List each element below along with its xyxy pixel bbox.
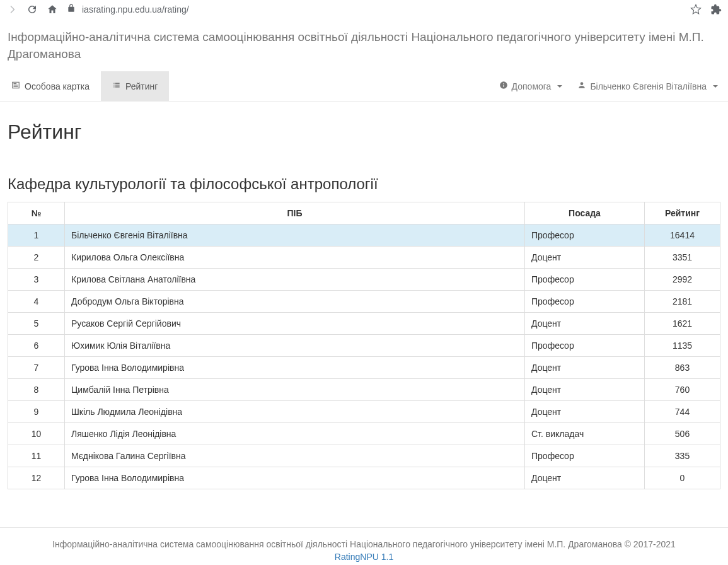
th-name: ПІБ bbox=[65, 202, 525, 224]
table-row: 11Мєднікова Галина СергіївнаПрофесор335 bbox=[8, 445, 720, 467]
cell-position: Професор bbox=[525, 269, 645, 291]
cell-score: 744 bbox=[645, 401, 720, 423]
reload-button[interactable] bbox=[26, 4, 38, 15]
cell-position: Доцент bbox=[525, 467, 645, 489]
department-title: Кафедра культурології та філософської ан… bbox=[8, 175, 720, 193]
address-bar[interactable]: iasrating.npu.edu.ua/rating/ bbox=[67, 4, 681, 15]
cell-position: Доцент bbox=[525, 357, 645, 379]
cell-name: Кирилова Ольга Олексіївна bbox=[65, 247, 525, 269]
table-row: 10Ляшенко Лідія ЛеонідівнаСт. викладач50… bbox=[8, 423, 720, 445]
cell-position: Професор bbox=[525, 291, 645, 313]
cell-num: 10 bbox=[8, 423, 65, 445]
cell-num: 12 bbox=[8, 467, 65, 489]
footer-copyright: Інформаційно-аналітична система самооцін… bbox=[13, 539, 715, 549]
cell-name: Юхимик Юлія Віталіївна bbox=[65, 335, 525, 357]
cell-num: 6 bbox=[8, 335, 65, 357]
footer-version[interactable]: RatingNPU 1.1 bbox=[13, 552, 715, 562]
user-dropdown[interactable]: Більченко Євгенія Віталіївна bbox=[574, 71, 722, 101]
cell-score: 2992 bbox=[645, 269, 720, 291]
user-icon bbox=[577, 81, 586, 91]
table-row: 1Більченко Євгенія ВіталіївнаПрофесор164… bbox=[8, 224, 720, 247]
cell-num: 8 bbox=[8, 379, 65, 401]
cell-score: 335 bbox=[645, 445, 720, 467]
cell-name: Мєднікова Галина Сергіївна bbox=[65, 445, 525, 467]
table-row: 3Крилова Світлана АнатоліївнаПрофесор299… bbox=[8, 269, 720, 291]
cell-position: Доцент bbox=[525, 247, 645, 269]
nav-rating[interactable]: Рейтинг bbox=[101, 71, 169, 101]
url-text: iasrating.npu.edu.ua/rating/ bbox=[82, 4, 189, 15]
cell-position: Професор bbox=[525, 445, 645, 467]
cell-name: Добродум Ольга Вікторівна bbox=[65, 291, 525, 313]
cell-score: 760 bbox=[645, 379, 720, 401]
table-row: 12Гурова Інна ВолодимирівнаДоцент0 bbox=[8, 467, 720, 489]
chevron-down-icon bbox=[557, 85, 562, 88]
th-num: № bbox=[8, 202, 65, 224]
cell-num: 7 bbox=[8, 357, 65, 379]
cell-num: 4 bbox=[8, 291, 65, 313]
rating-table: № ПІБ Посада Рейтинг 1Більченко Євгенія … bbox=[8, 202, 720, 489]
main-navbar: Особова картка Рейтинг Допомога Більченк… bbox=[0, 71, 728, 102]
nav-personal-card-label: Особова картка bbox=[25, 81, 90, 91]
cell-num: 1 bbox=[8, 224, 65, 247]
table-row: 8Цимбалій Інна ПетрівнаДоцент760 bbox=[8, 379, 720, 401]
cell-score: 1135 bbox=[645, 335, 720, 357]
table-row: 6Юхимик Юлія ВіталіївнаПрофесор1135 bbox=[8, 335, 720, 357]
cell-name: Цимбалій Інна Петрівна bbox=[65, 379, 525, 401]
help-dropdown[interactable]: Допомога bbox=[495, 71, 567, 101]
lock-icon bbox=[67, 4, 76, 15]
cell-position: Професор bbox=[525, 224, 645, 247]
table-header-row: № ПІБ Посада Рейтинг bbox=[8, 202, 720, 224]
card-icon bbox=[11, 81, 20, 91]
cell-name: Ляшенко Лідія Леонідівна bbox=[65, 423, 525, 445]
table-row: 5Русаков Сергій СергійовичДоцент1621 bbox=[8, 313, 720, 335]
cell-score: 0 bbox=[645, 467, 720, 489]
page-title: Рейтинг bbox=[8, 120, 720, 144]
cell-position: Доцент bbox=[525, 401, 645, 423]
cell-score: 1621 bbox=[645, 313, 720, 335]
th-score: Рейтинг bbox=[645, 202, 720, 224]
info-icon bbox=[499, 81, 508, 91]
list-icon bbox=[112, 81, 121, 91]
site-header: Інформаційно-аналітична система самооцін… bbox=[0, 19, 728, 67]
cell-score: 2181 bbox=[645, 291, 720, 313]
home-button[interactable] bbox=[47, 4, 58, 15]
th-position: Посада bbox=[525, 202, 645, 224]
cell-score: 863 bbox=[645, 357, 720, 379]
table-row: 9Шкіль Людмила ЛеонідівнаДоцент744 bbox=[8, 401, 720, 423]
cell-name: Більченко Євгенія Віталіївна bbox=[65, 224, 525, 247]
cell-position: Доцент bbox=[525, 313, 645, 335]
cell-num: 5 bbox=[8, 313, 65, 335]
user-name-label: Більченко Євгенія Віталіївна bbox=[590, 81, 707, 91]
cell-score: 3351 bbox=[645, 247, 720, 269]
cell-num: 9 bbox=[8, 401, 65, 423]
forward-button[interactable] bbox=[6, 4, 18, 15]
cell-name: Крилова Світлана Анатоліївна bbox=[65, 269, 525, 291]
nav-rating-label: Рейтинг bbox=[125, 81, 158, 91]
cell-name: Русаков Сергій Сергійович bbox=[65, 313, 525, 335]
cell-num: 11 bbox=[8, 445, 65, 467]
cell-position: Доцент bbox=[525, 379, 645, 401]
help-label: Допомога bbox=[512, 81, 552, 91]
chevron-down-icon bbox=[713, 85, 718, 88]
main-content: Рейтинг Кафедра культурології та філософ… bbox=[0, 102, 728, 527]
cell-name: Гурова Інна Володимирівна bbox=[65, 357, 525, 379]
cell-position: Професор bbox=[525, 335, 645, 357]
cell-score: 16414 bbox=[645, 224, 720, 247]
cell-score: 506 bbox=[645, 423, 720, 445]
cell-name: Гурова Інна Володимирівна bbox=[65, 467, 525, 489]
nav-personal-card[interactable]: Особова картка bbox=[0, 71, 101, 101]
table-row: 7Гурова Інна ВолодимирівнаДоцент863 bbox=[8, 357, 720, 379]
star-button[interactable] bbox=[690, 4, 702, 15]
cell-position: Ст. викладач bbox=[525, 423, 645, 445]
site-footer: Інформаційно-аналітична система самооцін… bbox=[0, 527, 728, 565]
site-title: Інформаційно-аналітична система самооцін… bbox=[8, 29, 720, 62]
extensions-button[interactable] bbox=[710, 4, 722, 15]
browser-toolbar: iasrating.npu.edu.ua/rating/ bbox=[0, 0, 728, 19]
table-row: 2Кирилова Ольга ОлексіївнаДоцент3351 bbox=[8, 247, 720, 269]
cell-num: 2 bbox=[8, 247, 65, 269]
cell-name: Шкіль Людмила Леонідівна bbox=[65, 401, 525, 423]
table-row: 4Добродум Ольга ВікторівнаПрофесор2181 bbox=[8, 291, 720, 313]
cell-num: 3 bbox=[8, 269, 65, 291]
